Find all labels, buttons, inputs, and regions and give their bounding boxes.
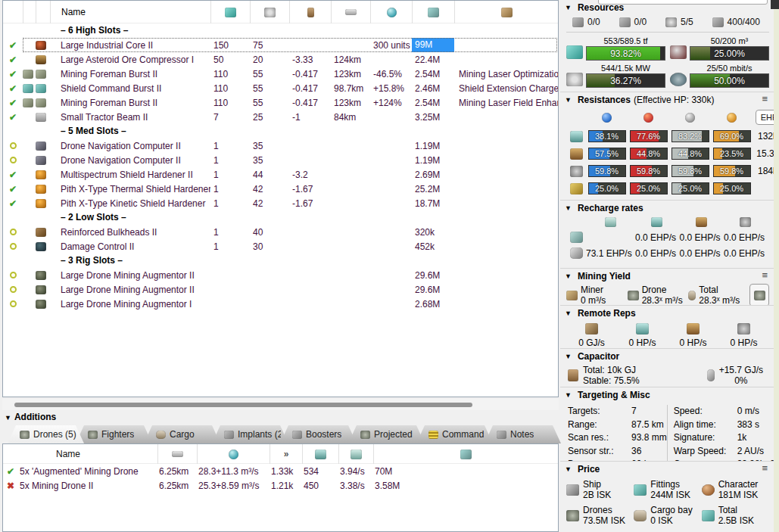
module-powergrid: 35 [250,141,289,151]
module-state[interactable]: ✔ [3,69,23,79]
column-header-powergrid[interactable] [250,1,289,23]
fitting-row[interactable]: Large Drone Mining Augmentor II29.6M [3,282,558,297]
fitting-row[interactable]: Large Drone Mining Augmentor II29.6M [3,268,558,282]
tab-implants-2[interactable]: Implants (2) [212,425,288,443]
price-label: Total [718,505,754,515]
tab-cargo[interactable]: Cargo [144,425,220,443]
tab-command[interactable]: Command [416,425,493,443]
fitting-row[interactable]: Large Drone Mining Augmentor I2.68M [3,297,558,311]
module-cpu: 110 [210,69,250,79]
scrollbar-thumb[interactable] [14,403,472,407]
drones-icon [566,510,579,521]
column-header-price[interactable] [412,1,454,23]
tab-fighters[interactable]: Fighters [76,425,152,443]
armor-repair-icon [696,217,707,227]
column-header-shield-passive[interactable] [338,444,373,464]
drone-state[interactable]: ✖ [3,481,18,491]
menu-icon[interactable]: ≡ [762,95,768,103]
mining-yield-panel-header[interactable]: ▼ Mining Yield [565,271,771,282]
drone-name: 5x Mining Drone II [18,481,157,491]
tab-projected[interactable]: Projected [348,425,425,443]
tab-notes[interactable]: Notes [485,425,561,443]
resource-bar: 36.27% [586,73,665,88]
fitting-row[interactable]: ✔Large Industrial Core II15075300 units9… [3,38,558,52]
column-header-shield[interactable] [302,444,338,464]
targeting-panel-header[interactable]: ▼ Targeting & Misc [565,390,771,400]
fitting-row[interactable]: Drone Navigation Computer II1351.19M [3,153,558,167]
module-price[interactable]: 99M [412,38,454,52]
collapsed-input[interactable] [598,0,768,5]
column-header-price[interactable] [373,444,558,464]
stat-value: 383 s [737,418,759,432]
module-state[interactable] [3,300,23,307]
fitting-row[interactable]: ✔Multispectrum Shield Hardener II144-3.2… [3,167,558,182]
collapse-arrow-icon[interactable]: ▼ [5,414,11,422]
drone-state[interactable]: ✔ [3,466,18,477]
remote-reps-panel-header[interactable]: ▼ Remote Reps [565,308,771,319]
additions-header[interactable]: ▼Additions [5,412,56,422]
module-state[interactable]: ✔ [3,170,23,180]
fitting-row[interactable]: Reinforced Bulkheads II140320k [3,225,558,239]
offline-x-icon: ✖ [7,481,14,491]
misc-icon [229,450,238,459]
ehp-button[interactable]: EHP [756,110,774,125]
stat-value: 36 [631,445,641,459]
collapse-arrow-icon[interactable]: ▼ [565,204,572,212]
fitting-row[interactable]: ✔Mining Foreman Burst II11055-0.417123km… [3,67,558,81]
module-state[interactable] [3,157,23,163]
menu-icon[interactable]: ≡ [762,272,768,279]
module-state[interactable] [3,286,23,293]
module-price: 2.46M [412,83,454,94]
module-state[interactable]: ✔ [3,184,23,194]
name-column-header[interactable]: Name [50,1,210,23]
column-header-speed[interactable]: » [270,444,302,464]
module-state[interactable] [3,229,23,235]
collapse-arrow-icon[interactable]: ▼ [565,310,572,317]
column-header-range[interactable] [331,1,370,23]
collapse-arrow-icon[interactable]: ▼ [565,391,572,399]
fitting-row[interactable]: ✔Large Asteroid Ore Compressor I5020-3.3… [3,52,558,67]
module-state[interactable]: ✔ [3,54,23,65]
column-header-misc[interactable] [197,444,270,464]
column-header-ammo[interactable] [454,1,558,23]
fitting-row[interactable]: ✔Mining Foreman Burst II11055-0.417123km… [3,95,558,110]
collapse-arrow-icon[interactable]: ▼ [565,4,572,11]
collapse-arrow-icon[interactable]: ▼ [565,272,572,280]
capacitor-panel-header[interactable]: ▼ Capacitor [565,351,771,362]
name-column-header[interactable]: Name [18,444,157,464]
drone-row[interactable]: ✔5x 'Augmented' Mining Drone6.25km28.3+1… [3,464,558,478]
module-state[interactable]: ✔ [3,83,23,94]
scrollbar-button[interactable] [771,0,779,9]
column-header-misc[interactable] [370,1,412,23]
fitting-row[interactable]: ✔Pith X-Type Kinetic Shield Hardener142-… [3,196,558,210]
fitting-row[interactable]: ✔Small Tractor Beam II725-184km3.25M [3,110,558,124]
fitting-row[interactable]: ✔Shield Command Burst II11055-0.41798.7k… [3,81,558,95]
module-state[interactable] [3,243,23,250]
module-state[interactable]: ✔ [3,40,23,51]
mining-drone-button[interactable] [749,284,769,306]
module-state[interactable]: ✔ [3,98,23,108]
recharge-panel-header[interactable]: ▼ Recharge rates [565,203,771,213]
fitting-row[interactable]: Drone Navigation Computer II1351.19M [3,138,558,153]
column-header-range[interactable] [157,444,197,464]
tab-drones-5[interactable]: Drones (5) [8,425,84,443]
drone-row[interactable]: ✖5x Mining Drone II6.25km25.3+8.59 m³/s1… [3,478,558,493]
tab-boosters[interactable]: Boosters [280,425,357,443]
fitting-row[interactable]: ✔Pith X-Type Thermal Shield Hardener142-… [3,182,558,196]
collapse-arrow-icon[interactable]: ▼ [565,96,572,104]
price-panel-header[interactable]: ▼ Price [565,464,771,474]
module-state[interactable] [3,142,23,149]
column-header-cpu[interactable] [210,1,250,23]
vertical-scrollbar[interactable] [774,9,779,532]
miner-icon [566,291,578,300]
module-state[interactable]: ✔ [3,112,23,123]
collapse-arrow-icon[interactable]: ▼ [565,353,572,360]
collapse-arrow-icon[interactable]: ▼ [565,465,572,473]
fitting-row[interactable]: Damage Control II130452k [3,239,558,254]
column-header-capacitor[interactable] [289,1,331,23]
menu-icon[interactable]: ≡ [762,465,768,472]
horizontal-scrollbar[interactable] [2,399,559,410]
module-state[interactable]: ✔ [3,198,23,209]
resistances-panel-header[interactable]: ▼ Resistances (Effective HP: 330k) [565,95,771,105]
module-state[interactable] [3,272,23,278]
